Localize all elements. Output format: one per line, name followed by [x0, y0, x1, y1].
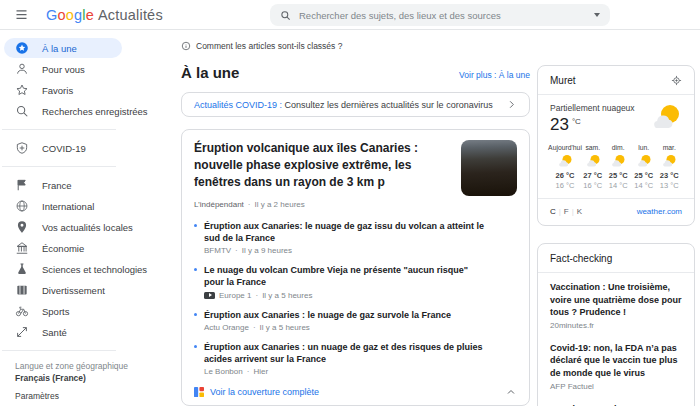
- sidebar-item-recherches-enregistrees[interactable]: Recherches enregistrées: [0, 101, 178, 121]
- search-bar[interactable]: [270, 4, 610, 26]
- page-title: À la une: [181, 64, 239, 81]
- article-source[interactable]: Actu Orange: [204, 323, 249, 332]
- divider: [538, 198, 694, 199]
- app-header: Google Actualités: [0, 0, 700, 30]
- shield-plus-icon: [15, 141, 29, 155]
- full-coverage-link[interactable]: Voir la couverture complète: [194, 387, 319, 397]
- partly-cloudy-icon: [650, 103, 682, 131]
- article-time: Il y a 5 heures: [260, 323, 310, 332]
- divider: [538, 94, 694, 95]
- article-source[interactable]: BFMTV: [204, 246, 231, 255]
- sidebar-item-label: Vos actualités locales: [42, 222, 133, 233]
- sidebar-item-economie[interactable]: Économie: [0, 238, 178, 258]
- sidebar-item-pour-vous[interactable]: Pour vous: [0, 59, 178, 79]
- how-articles-ranked-link[interactable]: Comment les articles sont-ils classés ?: [181, 41, 530, 51]
- sidebar-item-actualites-locales[interactable]: Vos actualités locales: [0, 217, 178, 237]
- person-icon: [15, 62, 29, 76]
- related-article: Le nuage du volcan Cumbre Vieja ne prése…: [194, 260, 517, 304]
- main-column: Comment les articles sont-ils classés ? …: [181, 30, 530, 406]
- forecast-day[interactable]: Aujourd'hui 26 °C 16 °C: [550, 144, 580, 190]
- article-source[interactable]: Europe 1: [219, 291, 251, 300]
- sidebar-item-a-la-une[interactable]: À la une: [4, 38, 122, 58]
- menu-icon[interactable]: [14, 7, 29, 22]
- news-card: Éruption volcanique aux îles Canaries : …: [181, 129, 530, 406]
- unit-kelvin[interactable]: K: [577, 207, 582, 216]
- article-time: Il y a 2 heures: [255, 200, 305, 209]
- search-input[interactable]: [299, 10, 588, 21]
- see-more-link[interactable]: Voir plus : À la une: [459, 70, 530, 80]
- chevron-up-icon[interactable]: [505, 386, 517, 398]
- sidebar-item-label: Sports: [42, 306, 69, 317]
- sidebar-item-sports[interactable]: Sports: [0, 301, 178, 321]
- forecast-day[interactable]: lun. 25 °C 14 °C: [631, 144, 657, 190]
- bullet-icon: [194, 313, 197, 316]
- divider: [538, 272, 694, 273]
- article-source: AFP Factuel: [550, 382, 682, 391]
- sidebar-item-label: À la une: [42, 43, 77, 54]
- sidebar-item-label: Recherches enregistrées: [42, 106, 148, 117]
- sidebar-item-france[interactable]: France: [0, 175, 178, 195]
- health-icon: [15, 325, 29, 339]
- product-name: Actualités: [98, 7, 163, 23]
- sidebar-item-label: COVID-19: [42, 143, 86, 154]
- sidebar-item-divertissement[interactable]: Divertissement: [0, 280, 178, 300]
- sidebar: À la une Pour vous Favoris Recherches en…: [0, 30, 178, 406]
- unit-switcher: C | F | K: [550, 207, 582, 216]
- unit-celsius[interactable]: C: [550, 207, 556, 216]
- settings-link[interactable]: Paramètres: [15, 391, 178, 401]
- article-time: Il y a 5 heures: [262, 291, 312, 300]
- weather-temp: 23: [550, 115, 569, 135]
- sidebar-item-covid-19[interactable]: COVID-19: [0, 138, 178, 158]
- sidebar-item-favoris[interactable]: Favoris: [0, 80, 178, 100]
- sidebar-item-label: Pour vous: [42, 64, 85, 75]
- partly-cloudy-icon: [610, 154, 626, 168]
- search-icon: [280, 10, 291, 21]
- article-source[interactable]: L’indépendant: [194, 200, 244, 209]
- forecast-day[interactable]: mar. 23 °C 13 °C: [657, 144, 683, 190]
- partly-cloudy-icon: [661, 154, 677, 168]
- forecast-day[interactable]: sam. 27 °C 16 °C: [580, 144, 606, 190]
- separator: ·: [248, 200, 251, 209]
- forecast-day[interactable]: dim. 25 °C 14 °C: [606, 144, 632, 190]
- sidebar-item-label: Sciences et technologies: [42, 264, 147, 275]
- language-value[interactable]: Français (France): [15, 373, 178, 383]
- sidebar-item-international[interactable]: International: [0, 196, 178, 216]
- article-thumbnail-volcano[interactable]: [461, 140, 517, 196]
- weather-condition: Partiellement nuageux: [550, 103, 635, 113]
- unit-fahrenheit[interactable]: F: [564, 207, 569, 216]
- flask-icon: [15, 262, 29, 276]
- sidebar-item-label: France: [42, 180, 72, 191]
- sidebar-item-label: Économie: [42, 243, 84, 254]
- covid-banner-text: Consultez les dernières actualités sur l…: [285, 100, 493, 110]
- chevron-down-icon[interactable]: [594, 13, 600, 17]
- divider: [2, 166, 116, 167]
- fact-checking-title: Fact-checking: [550, 253, 682, 264]
- article-source[interactable]: Le Bonbon: [204, 367, 243, 376]
- video-icon: [204, 292, 215, 299]
- sidebar-item-sante[interactable]: Santé: [0, 322, 178, 342]
- divider: [2, 350, 116, 351]
- entertainment-icon: [15, 283, 29, 297]
- related-article: Éruption aux Canaries : le nuage de gaz …: [194, 305, 517, 337]
- bullet-icon: [194, 268, 197, 271]
- fact-checking-card: Fact-checking Vaccination : Une troisièm…: [537, 243, 695, 406]
- chevron-right-icon[interactable]: [506, 99, 517, 110]
- sidebar-item-label: Favoris: [42, 85, 73, 96]
- article-source: 20minutes.fr: [550, 321, 682, 330]
- sidebar-item-label: Divertissement: [42, 285, 105, 296]
- article-time: Il y a 9 heures: [242, 246, 292, 255]
- weather-city: Muret: [550, 75, 576, 86]
- covid-banner-label: Actualités COVID-19 :: [194, 100, 282, 110]
- language-label: Langue et zone géographique: [15, 361, 178, 371]
- location-target-icon[interactable]: [671, 75, 682, 86]
- article-headline[interactable]: Éruption volcanique aux îles Canaries : …: [194, 140, 449, 196]
- partly-cloudy-icon: [557, 154, 573, 168]
- fact-check-article: Vaccination : Une troisième, voire une q…: [550, 281, 682, 330]
- related-article: Éruption aux Canaries: le nuage de gaz i…: [194, 216, 517, 260]
- sidebar-item-sciences-technologies[interactable]: Sciences et technologies: [0, 259, 178, 279]
- fact-check-article: Covid-19: non, la FDA n’a pas déclaré qu…: [550, 342, 682, 391]
- google-news-logo[interactable]: Google Actualités: [46, 7, 163, 23]
- covid-banner[interactable]: Actualités COVID-19 : Consultez les dern…: [181, 92, 530, 117]
- partly-cloudy-icon: [585, 154, 601, 168]
- weather-attribution-link[interactable]: weather.com: [637, 207, 682, 216]
